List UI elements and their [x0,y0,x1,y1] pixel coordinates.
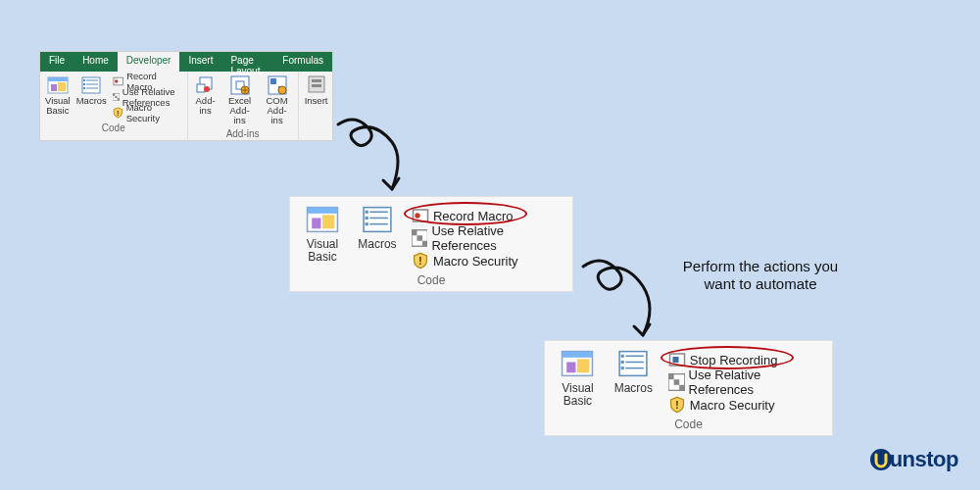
ribbon-tabs: File Home Developer Insert Page Layout F… [40,52,332,72]
com-addins-icon [267,74,288,96]
brand-logo: unstop [841,447,958,472]
addins-label: Add- ins [196,96,216,116]
excel-addins-label: Excel Add-ins [224,96,256,125]
tab-file[interactable]: File [40,52,74,72]
group-code-label: Code [44,121,183,134]
macro-security-button[interactable]: Macro Security [112,105,183,121]
group-label: Code [417,271,446,289]
com-addins-button[interactable]: COM Add-ins [261,74,294,126]
group-addins-label: Add-ins [192,126,294,140]
visual-basic-label: Visual Basic [307,238,338,263]
security-icon [668,396,686,414]
macros-button[interactable]: Macros [75,74,108,107]
tab-developer[interactable]: Developer [118,52,180,72]
tab-home[interactable]: Home [74,52,118,72]
group-code: Visual Basic Macros Record Macro Use Rel… [40,72,188,140]
macros-icon [616,347,650,380]
use-relative-button[interactable]: Use Relative References [666,371,822,393]
visual-basic-icon [47,74,69,96]
insert-label: Insert [305,96,328,106]
brand-text: unstop [890,447,958,471]
tab-page-layout[interactable]: Page Layout [221,52,273,72]
macros-icon [361,203,394,236]
code-panel-step2: Visual Basic Macros Record Macro Use Rel… [289,196,573,292]
excel-addins-button[interactable]: Excel Add-ins [223,74,257,126]
use-relative-button[interactable]: Use Relative References [410,227,563,249]
insert-icon [306,74,327,96]
visual-basic-button[interactable]: Visual Basic [555,347,601,407]
record-macro-icon [412,207,429,224]
code-panel-step3: Visual Basic Macros Stop Recording Use R… [544,340,833,436]
stop-recording-label: Stop Recording [690,353,778,368]
addins-button[interactable]: Add- ins [192,74,220,117]
macro-security-label: Macro Security [690,398,775,413]
macros-icon [80,74,102,96]
macros-label: Macros [358,238,396,251]
security-icon [113,107,123,119]
use-relative-label: Use Relative References [689,368,820,397]
macros-label: Macros [76,96,107,106]
record-macro-label: Record Macro [433,209,514,223]
macro-security-button[interactable]: Macro Security [410,250,563,271]
visual-basic-label: Visual Basic [562,382,593,407]
com-addins-label: COM Add-ins [262,96,293,125]
visual-basic-icon [561,347,594,380]
macro-security-label: Macro Security [433,254,518,269]
caption-step2: Perform the actions you want to automate [672,258,849,293]
security-icon [412,252,429,270]
relative-ref-icon [412,229,427,247]
tab-formulas[interactable]: Formulas [273,52,332,72]
macros-label: Macros [614,382,653,395]
macros-button[interactable]: Macros [355,203,400,251]
tab-insert[interactable]: Insert [179,52,221,72]
group-addins: Add- ins Excel Add-ins COM Add-ins Add-i… [188,72,299,140]
arrow-step2-to-step3 [578,253,671,351]
visual-basic-button[interactable]: Visual Basic [44,74,72,117]
addins-icon [195,74,217,96]
group-controls: Insert [299,72,334,140]
group-label: Code [674,416,703,433]
visual-basic-label: Visual Basic [45,96,71,116]
relative-ref-icon [668,373,685,391]
macros-button[interactable]: Macros [611,347,657,395]
visual-basic-icon [306,203,339,236]
use-relative-label: Use Relative References [431,223,561,253]
relative-ref-icon [113,91,120,103]
visual-basic-button[interactable]: Visual Basic [300,203,345,263]
excel-addins-icon [229,74,251,96]
insert-button[interactable]: Insert [303,74,330,107]
arrow-step1-to-step2 [333,113,421,206]
ribbon-panel-step1: File Home Developer Insert Page Layout F… [39,51,333,141]
macro-security-button[interactable]: Macro Security [666,394,822,416]
stop-recording-icon [668,351,686,368]
